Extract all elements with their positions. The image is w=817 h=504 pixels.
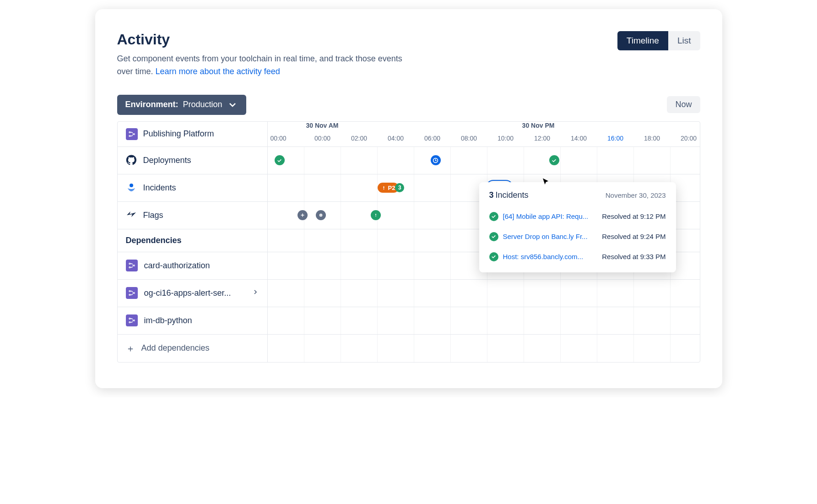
resolved-icon [489,232,498,241]
environment-selector[interactable]: Environment: Production [117,95,246,115]
flag-event[interactable] [316,210,326,220]
hour-label: 18:00 [634,135,671,146]
incident-link[interactable]: Server Drop on Banc.ly Fr... [503,233,588,240]
svg-rect-6 [383,189,384,190]
svg-point-4 [130,184,133,187]
svg-rect-13 [375,214,376,216]
component-icon [126,314,138,326]
day-labels: 30 Nov AM 30 Nov PM [268,122,700,135]
hour-labels: 00:0000:0002:0004:0006:0008:0010:0012:00… [268,135,700,146]
incident-event[interactable]: P23 [378,183,405,193]
launchdarkly-icon [126,210,137,221]
hour-label: 02:00 [341,135,378,146]
svg-point-21 [129,318,130,320]
incident-link[interactable]: [64] Mobile app API: Requ... [503,212,589,220]
hour-label: 06:00 [414,135,451,146]
dependency-name: card-authorization [144,261,210,271]
svg-point-20 [133,293,135,294]
incident-status: Resolved at 9:12 PM [602,212,666,220]
hour-label: 14:00 [561,135,597,146]
dependency-row[interactable]: im-db-python [118,307,700,335]
tooltip-title: 3Incidents [489,190,529,200]
svg-point-2 [133,133,135,135]
flag-event[interactable] [298,210,308,220]
deployment-event[interactable] [549,155,559,165]
github-icon [126,155,137,166]
hour-label: 20:00 [671,135,700,146]
tooltip-incident-row[interactable]: [64] Mobile app API: Requ...Resolved at … [489,206,666,227]
dependency-name: og-ci16-apps-alert-ser... [144,288,231,298]
svg-point-17 [133,265,135,266]
row-deployments: Deployments [118,147,700,174]
resolved-icon [489,252,498,261]
tooltip-incident-row[interactable]: Host: srv856.bancly.com...Resolved at 9:… [489,247,666,267]
incident-status: Resolved at 9:33 PM [602,253,666,260]
add-dependencies-row[interactable]: ＋ Add dependencies [118,335,700,362]
hour-label: 08:00 [451,135,487,146]
svg-point-15 [129,263,130,265]
opsgenie-icon [126,182,137,193]
plus-icon: ＋ [126,344,135,353]
mouse-cursor-icon [541,178,550,188]
incident-status: Resolved at 9:24 PM [602,233,666,240]
flag-event[interactable] [371,210,381,220]
svg-point-18 [129,291,130,292]
learn-more-link[interactable]: Learn more about the activity feed [156,67,280,76]
svg-rect-5 [383,186,384,189]
page-subtitle: Get component events from your toolchain… [117,53,410,78]
hour-label: 00:00 [268,135,304,146]
dependency-row[interactable]: og-ci16-apps-alert-ser... [118,280,700,307]
deployment-event[interactable] [275,155,285,165]
component-icon [126,128,138,140]
component-name: Publishing Platform [143,129,214,139]
chevron-right-icon [252,288,259,298]
view-toggle: Timeline List [617,31,700,50]
activity-panel: Activity Get component events from your … [95,9,722,388]
component-icon [126,287,138,299]
dependencies-header: Dependencies [126,236,182,245]
hour-label: 04:00 [378,135,414,146]
hour-label: 16:00 [597,135,634,146]
tab-timeline[interactable]: Timeline [617,31,668,50]
resolved-icon [489,212,498,221]
dependency-name: im-db-python [144,316,192,325]
tooltip-date: November 30, 2023 [606,191,666,199]
svg-point-16 [129,267,130,268]
svg-point-22 [129,322,130,323]
svg-point-23 [133,320,135,321]
incident-link[interactable]: Host: srv856.bancly.com... [503,253,584,260]
component-icon [126,260,138,271]
svg-point-19 [129,294,130,296]
tooltip-incident-row[interactable]: Server Drop on Banc.ly Fr...Resolved at … [489,227,666,247]
deployment-event[interactable] [431,155,441,165]
timeline-grid: Publishing Platform 30 Nov AM 30 Nov PM … [117,121,700,363]
chevron-down-icon [227,99,238,110]
svg-point-0 [129,131,130,133]
incident-tooltip: 3Incidents November 30, 2023 [64] Mobile… [479,182,676,272]
hour-label: 10:00 [487,135,524,146]
svg-point-1 [129,135,130,136]
tab-list[interactable]: List [668,31,700,50]
hour-label: 00:00 [304,135,341,146]
page-title: Activity [117,31,410,48]
now-button[interactable]: Now [667,96,700,113]
svg-point-12 [320,215,321,216]
svg-rect-14 [375,216,376,217]
hour-label: 12:00 [524,135,561,146]
